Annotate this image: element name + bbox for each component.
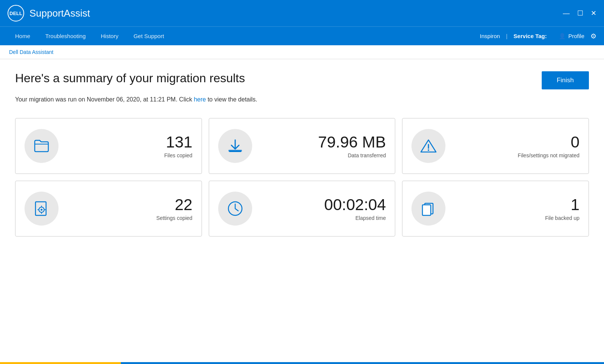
app-name: SupportAssist (29, 8, 563, 19)
elapsed-time-label: Elapsed time (261, 215, 386, 221)
finish-button[interactable]: Finish (542, 71, 589, 89)
file-backed-up-label: File backed up (455, 215, 579, 221)
svg-rect-1 (228, 150, 242, 152)
elapsed-time-value: 00:02:04 (261, 196, 386, 213)
data-transferred-icon-circle (218, 129, 252, 163)
stat-card-files-copied: 131 Files copied (15, 118, 202, 174)
stat-card-data-transferred: 79.96 MB Data transferred (209, 118, 396, 174)
stat-card-not-migrated: 0 Files/settings not migrated (402, 118, 589, 174)
settings-copied-value: 22 (68, 196, 193, 213)
files-copied-label: Files copied (68, 152, 193, 158)
breadcrumb: Dell Data Assistant (0, 45, 604, 59)
dell-logo: DELL (8, 5, 24, 22)
summary-title: Here's a summary of your migration resul… (15, 71, 245, 85)
titlebar: DELL SupportAssist — ☐ ✕ (0, 0, 604, 26)
main-content: Here's a summary of your migration resul… (0, 59, 604, 364)
file-backed-up-value: 1 (455, 196, 579, 213)
elapsed-time-info: 00:02:04 Elapsed time (261, 196, 386, 221)
files-copied-icon-circle (25, 129, 59, 163)
elapsed-time-icon-circle (218, 192, 252, 226)
migration-details-link[interactable]: here (194, 96, 206, 103)
files-copied-value: 131 (68, 134, 193, 151)
nav-divider: | (506, 33, 507, 39)
stats-grid: 131 Files copied 79.96 MB Data transferr… (15, 118, 589, 237)
profile-button[interactable]: 👤 Profile (559, 33, 584, 40)
download-icon (226, 137, 244, 155)
svg-point-3 (428, 149, 429, 151)
settings-copied-info: 22 Settings copied (68, 196, 193, 221)
data-transferred-label: Data transferred (261, 152, 386, 158)
migration-info: Your migration was run on November 06, 2… (15, 96, 589, 103)
clock-icon (226, 200, 244, 218)
nav-home[interactable]: Home (8, 28, 38, 45)
nav-history[interactable]: History (93, 28, 126, 45)
window-controls: — ☐ ✕ (563, 10, 596, 17)
navbar: Home Troubleshooting History Get Support… (0, 26, 604, 45)
not-migrated-icon-circle (411, 129, 445, 163)
svg-rect-9 (422, 205, 431, 215)
nav-get-support[interactable]: Get Support (126, 28, 172, 45)
file-backed-up-info: 1 File backed up (455, 196, 579, 221)
bottom-accent (0, 362, 604, 364)
folder-icon (32, 137, 51, 155)
data-transferred-value: 79.96 MB (261, 134, 386, 151)
minimize-button[interactable]: — (563, 10, 570, 17)
device-name: Inspiron (480, 33, 500, 39)
summary-header: Here's a summary of your migration resul… (15, 71, 589, 89)
file-copy-icon (419, 200, 438, 218)
profile-label: Profile (568, 33, 584, 39)
stat-card-elapsed-time: 00:02:04 Elapsed time (209, 181, 396, 237)
warning-icon (419, 137, 438, 155)
nav-troubleshooting[interactable]: Troubleshooting (38, 28, 93, 45)
migration-info-suffix: to view the details. (206, 96, 257, 103)
nav-links: Home Troubleshooting History Get Support (8, 28, 480, 45)
maximize-button[interactable]: ☐ (577, 10, 583, 17)
settings-copied-icon-circle (25, 192, 59, 226)
not-migrated-info: 0 Files/settings not migrated (455, 134, 579, 158)
svg-rect-4 (35, 202, 46, 215)
data-transferred-info: 79.96 MB Data transferred (261, 134, 386, 158)
not-migrated-label: Files/settings not migrated (455, 152, 579, 158)
not-migrated-value: 0 (455, 134, 579, 151)
stat-card-file-backed-up: 1 File backed up (402, 181, 589, 237)
files-copied-info: 131 Files copied (68, 134, 193, 158)
stat-card-settings-copied: 22 Settings copied (15, 181, 202, 237)
close-button[interactable]: ✕ (591, 10, 596, 17)
profile-icon: 👤 (559, 33, 566, 40)
settings-copied-label: Settings copied (68, 215, 193, 221)
settings-file-icon (32, 200, 51, 218)
service-tag-label: Service Tag: (513, 33, 547, 39)
settings-icon[interactable]: ⚙ (590, 32, 596, 40)
migration-info-prefix: Your migration was run on November 06, 2… (15, 96, 194, 103)
nav-right: Inspiron | Service Tag: 👤 Profile ⚙ (480, 32, 596, 40)
file-backed-up-icon-circle (411, 192, 445, 226)
svg-point-6 (41, 209, 43, 211)
breadcrumb-text: Dell Data Assistant (9, 49, 54, 55)
